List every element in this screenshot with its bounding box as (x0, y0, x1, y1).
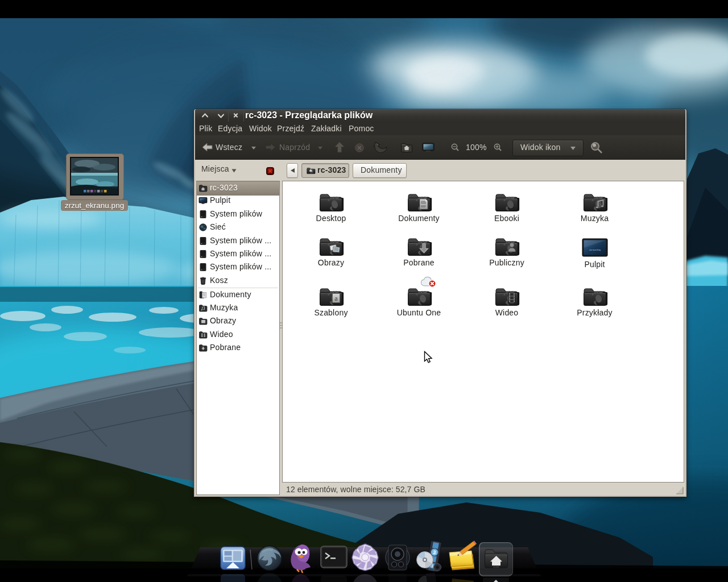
svg-text:one more thing: one more thing (589, 249, 600, 251)
svg-text:a: a (334, 294, 338, 302)
svg-text:HOME: HOME (493, 566, 499, 568)
